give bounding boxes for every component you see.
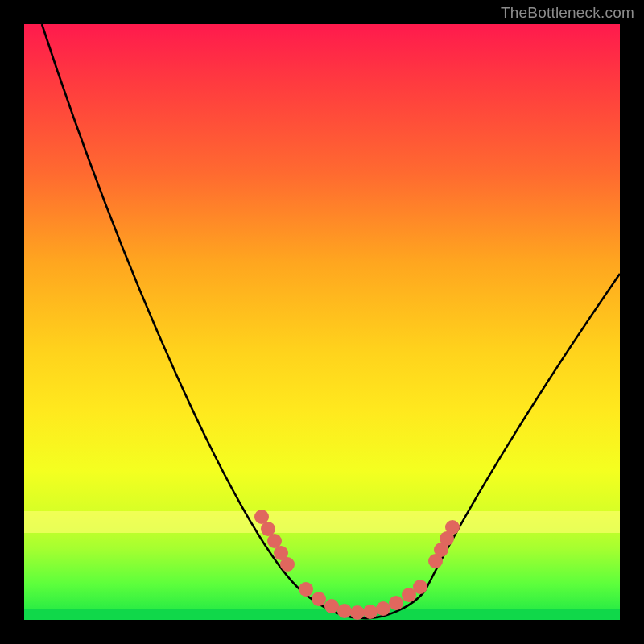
bottleneck-plot-svg	[24, 24, 620, 620]
watermark-text: TheBottleneck.com	[501, 4, 634, 22]
svg-point-18	[445, 520, 460, 535]
svg-point-10	[363, 605, 378, 619]
svg-point-7	[324, 599, 339, 613]
svg-point-11	[376, 601, 390, 616]
svg-point-8	[337, 604, 352, 618]
curve-markers	[254, 510, 460, 620]
svg-point-4	[280, 557, 295, 572]
svg-point-6	[312, 592, 326, 606]
svg-point-9	[350, 605, 365, 620]
svg-point-14	[413, 580, 427, 594]
svg-point-12	[389, 596, 403, 610]
chart-frame: TheBottleneck.com	[0, 0, 644, 644]
bottleneck-curve	[42, 24, 620, 618]
svg-point-5	[299, 582, 313, 597]
plot-area	[24, 24, 620, 620]
